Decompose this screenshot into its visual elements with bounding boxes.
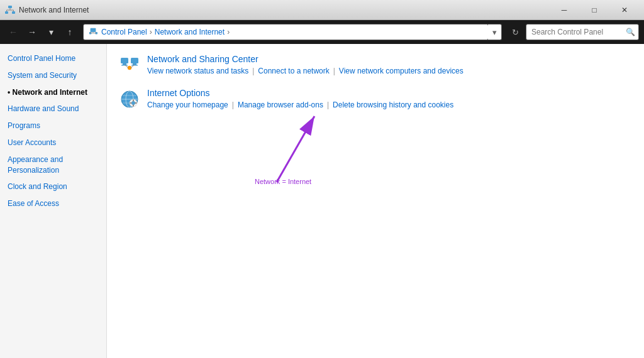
sidebar-item-control-panel-home[interactable]: Control Panel Home <box>0 50 106 67</box>
sidebar-item-appearance[interactable]: Appearance and Personalization <box>0 151 106 179</box>
sep-4: | <box>327 100 329 109</box>
sidebar: Control Panel Home System and Security N… <box>0 44 107 358</box>
window-controls: ─ □ ✕ <box>550 3 639 17</box>
connect-to-network-link[interactable]: Connect to a network <box>258 67 329 75</box>
sidebar-item-hardware-sound[interactable]: Hardware and Sound <box>0 100 106 117</box>
network-sharing-content: Network and Sharing Center View network … <box>147 54 464 75</box>
sidebar-item-ease-access[interactable]: Ease of Access <box>0 195 106 212</box>
refresh-icon: ↻ <box>512 28 519 37</box>
network-sharing-icon <box>119 55 140 75</box>
sidebar-item-system-security[interactable]: System and Security <box>0 67 106 84</box>
svg-rect-2 <box>12 11 15 14</box>
address-dropdown-button[interactable]: ▾ <box>488 24 502 40</box>
chevron-down-icon: ▾ <box>49 27 53 37</box>
svg-text:Network = Internet: Network = Internet <box>255 178 311 185</box>
forward-icon: → <box>28 27 36 37</box>
view-network-computers-link[interactable]: View network computers and devices <box>339 67 464 75</box>
svg-rect-15 <box>123 63 126 65</box>
address-path[interactable]: Control Panel › Network and Internet › <box>83 24 489 40</box>
internet-options-icon <box>119 89 140 109</box>
svg-rect-14 <box>121 58 128 63</box>
svg-rect-32 <box>130 102 132 104</box>
network-sharing-section: Network and Sharing Center View network … <box>119 54 631 75</box>
back-icon: ← <box>9 27 18 37</box>
sidebar-item-network-internet[interactable]: Network and Internet <box>0 84 106 101</box>
sep-2: | <box>333 67 335 75</box>
svg-rect-30 <box>133 100 134 102</box>
svg-rect-31 <box>133 105 134 107</box>
internet-options-title[interactable]: Internet Options <box>147 88 453 98</box>
up-icon: ↑ <box>68 27 72 37</box>
svg-line-35 <box>277 116 314 182</box>
refresh-button[interactable]: ↻ <box>507 24 523 40</box>
change-homepage-link[interactable]: Change your homepage <box>147 100 228 109</box>
network-sharing-title[interactable]: Network and Sharing Center <box>147 54 464 64</box>
breadcrumb-icon <box>89 27 97 38</box>
view-network-status-link[interactable]: View network status and tasks <box>147 67 248 75</box>
svg-rect-33 <box>135 102 137 104</box>
delete-browsing-history-link[interactable]: Delete browsing history and cookies <box>333 100 453 109</box>
title-bar: Network and Internet ─ □ ✕ <box>0 0 644 20</box>
svg-rect-18 <box>133 63 136 65</box>
sidebar-item-clock-region[interactable]: Clock and Region <box>0 178 106 195</box>
svg-rect-7 <box>91 28 96 31</box>
search-input[interactable] <box>531 28 626 36</box>
breadcrumb-network-internet[interactable]: Network and Internet <box>155 28 225 36</box>
manage-addons-link[interactable]: Manage browser add-ons <box>238 100 323 109</box>
app-icon <box>5 5 15 15</box>
search-icon: 🔍 <box>626 28 635 36</box>
svg-rect-0 <box>8 6 12 8</box>
sep-1: | <box>252 67 254 75</box>
breadcrumb-sep-2: › <box>227 28 230 36</box>
address-bar: ← → ▾ ↑ Control Panel › Networ <box>0 20 644 44</box>
forward-button[interactable]: → <box>24 24 40 40</box>
network-sharing-links: View network status and tasks | Connect … <box>147 67 464 75</box>
close-button[interactable]: ✕ <box>610 3 639 17</box>
main-layout: Control Panel Home System and Security N… <box>0 44 644 358</box>
content-area: Network and Sharing Center View network … <box>107 44 644 358</box>
svg-point-29 <box>131 101 135 105</box>
breadcrumb-control-panel[interactable]: Control Panel <box>101 28 147 36</box>
annotation-arrow: Network = Internet <box>252 104 352 187</box>
internet-options-section: Internet Options Change your homepage | … <box>119 88 631 109</box>
search-box[interactable]: 🔍 <box>526 24 639 40</box>
sep-3: | <box>232 100 234 109</box>
up-button[interactable]: ↑ <box>62 24 78 40</box>
breadcrumb-sep-1: › <box>150 28 152 36</box>
internet-options-links: Change your homepage | Manage browser ad… <box>147 100 453 109</box>
back-button[interactable]: ← <box>5 24 21 40</box>
svg-rect-1 <box>5 11 8 14</box>
internet-options-content: Internet Options Change your homepage | … <box>147 88 453 109</box>
sidebar-item-user-accounts[interactable]: User Accounts <box>0 134 106 151</box>
sidebar-item-programs[interactable]: Programs <box>0 117 106 134</box>
svg-rect-17 <box>131 58 138 63</box>
maximize-button[interactable]: □ <box>580 3 609 17</box>
minimize-button[interactable]: ─ <box>550 3 579 17</box>
window-title: Network and Internet <box>19 6 550 14</box>
dropdown-recent-button[interactable]: ▾ <box>43 24 59 40</box>
